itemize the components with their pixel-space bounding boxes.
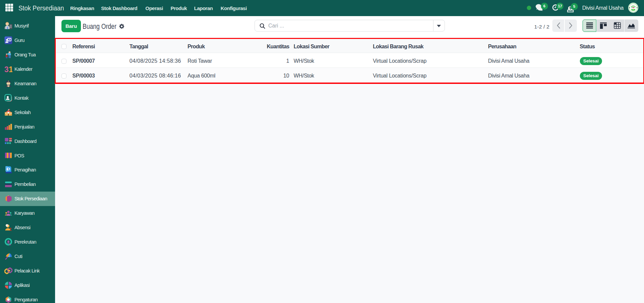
svg-text:1: 1 [9, 65, 12, 73]
svg-text:$: $ [7, 167, 9, 171]
svg-text:3: 3 [4, 65, 8, 73]
